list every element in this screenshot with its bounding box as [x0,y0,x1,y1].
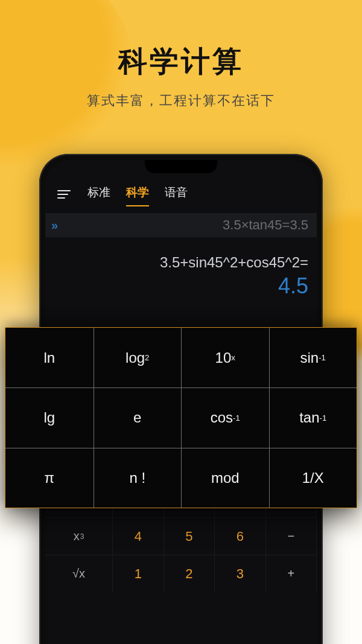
key-mod[interactable]: mod [181,448,269,508]
key-6[interactable]: 6 [215,517,266,555]
phone-notch [145,160,217,173]
hero-title: 科学计算 [0,42,362,81]
key-sqrt[interactable]: √x [45,555,113,592]
key-lg[interactable]: lg [5,388,94,447]
tab-voice[interactable]: 语音 [165,185,188,204]
key-asin[interactable]: sin-1 [269,328,357,387]
key-4[interactable]: 4 [113,517,164,555]
key-log2[interactable]: log2 [94,328,182,387]
key-e[interactable]: e [94,388,182,447]
scientific-keypad: lnlog210xsin-1lgecos-1tan-1πn !mod1/X [5,327,357,508]
history-expand-icon[interactable]: » [51,218,54,232]
hero-subtitle: 算式丰富，工程计算不在话下 [0,92,362,110]
tab-science[interactable]: 科学 [126,185,149,204]
key-pi[interactable]: π [5,448,94,508]
key-plus[interactable]: + [266,555,317,592]
key-2[interactable]: 2 [164,555,215,592]
key-1[interactable]: 1 [113,555,164,592]
key-10x[interactable]: 10x [181,328,269,387]
history-row[interactable]: » 3.5×tan45=3.5 [45,213,317,237]
tab-standard[interactable]: 标准 [87,185,110,204]
history-expression: 3.5×tan45=3.5 [60,217,308,233]
current-result: 4.5 [45,273,317,304]
mode-tabs: 标准 科学 语音 [87,185,188,204]
menu-icon[interactable] [57,190,71,199]
key-reciprocal[interactable]: 1/X [269,448,357,508]
key-3[interactable]: 3 [215,555,266,592]
current-expression: 3.5+sin45^2+cos45^2= [45,237,317,273]
key-5[interactable]: 5 [164,517,215,555]
key-ln[interactable]: ln [5,328,94,387]
key-factorial[interactable]: n ! [94,448,182,508]
key-acos[interactable]: cos-1 [181,388,269,447]
key-x3[interactable]: x3 [45,517,113,555]
key-minus[interactable]: − [266,517,317,555]
key-atan[interactable]: tan-1 [269,388,357,447]
